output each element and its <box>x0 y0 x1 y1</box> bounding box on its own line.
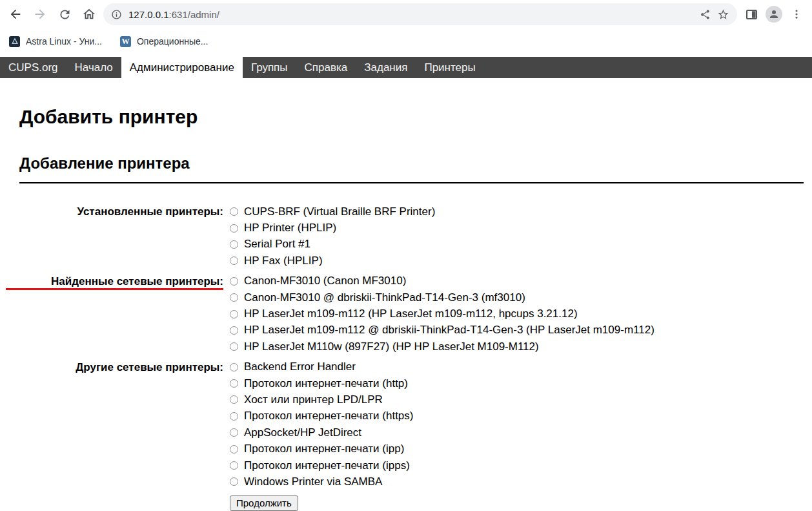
radio-option[interactable]: HP LaserJet m109-m112 @ dbriskii-ThinkPa… <box>230 322 655 339</box>
reload-icon[interactable] <box>54 4 75 25</box>
radio-option-label: Canon-MF3010 (Canon MF3010) <box>244 275 406 287</box>
back-arrow-icon[interactable] <box>5 4 26 25</box>
cups-nav: CUPS.orgНачалоАдминистрированиеГруппыСпр… <box>0 57 812 78</box>
page-info-icon[interactable] <box>111 9 122 20</box>
radio-option[interactable]: CUPS-BRF (Virtual Braille BRF Printer) <box>230 203 655 220</box>
nav-item-help[interactable]: Справка <box>296 57 356 78</box>
browser-toolbar: 127.0.0.1:631/admin/ <box>0 0 812 28</box>
side-panel-icon[interactable] <box>741 4 762 25</box>
radio-button[interactable] <box>230 445 238 454</box>
radio-option[interactable]: HP Fax (HPLIP) <box>230 253 655 269</box>
radio-option[interactable]: Протокол интернет-печати (ipp) <box>230 441 655 457</box>
radio-button[interactable] <box>230 477 238 486</box>
radio-option[interactable]: Хост или принтер LPD/LPR <box>230 391 655 408</box>
radio-option-label: Canon-MF3010 @ dbriskii-ThinkPad-T14-Gen… <box>244 291 525 304</box>
form-group-row-discovered-network-printers: Найденные сетевые принтеры:Canon-MF3010 … <box>5 273 655 359</box>
nav-item-classes[interactable]: Группы <box>243 57 296 78</box>
red-underline-annotation <box>6 288 223 291</box>
radio-option-label: Backend Error Handler <box>244 360 356 373</box>
bookmark-label: Операционные... <box>137 36 208 47</box>
share-icon[interactable] <box>700 9 711 20</box>
radio-button[interactable] <box>230 428 238 437</box>
form-group-label-discovered-network-printers: Найденные сетевые принтеры: <box>5 273 223 359</box>
add-printer-form: Установленные принтеры:CUPS-BRF (Virtual… <box>0 203 812 511</box>
form-group-label-text: Установленные принтеры: <box>77 205 223 218</box>
radio-option-label: Протокол интернет-печати (ipps) <box>244 459 410 472</box>
url-text: 127.0.0.1:631/admin/ <box>128 9 219 20</box>
form-submit-spacer <box>5 494 223 511</box>
form-group-label-text: Найденные сетевые принтеры: <box>51 275 223 287</box>
radio-button[interactable] <box>230 326 238 335</box>
url-host: 127.0.0.1 <box>128 9 169 20</box>
astra-linux-favicon-icon <box>9 36 20 47</box>
radio-option-label: AppSocket/HP JetDirect <box>244 426 361 439</box>
section-heading: Добавление принтера <box>19 154 804 183</box>
radio-button[interactable] <box>230 461 238 470</box>
form-group-options-installed-printers: CUPS-BRF (Virtual Braille BRF Printer)HP… <box>223 203 655 273</box>
form-group-options-discovered-network-printers: Canon-MF3010 (Canon MF3010)Canon-MF3010 … <box>223 273 655 359</box>
radio-option-label: HP Fax (HPLIP) <box>244 255 323 267</box>
radio-button[interactable] <box>230 277 238 286</box>
nav-item-administration[interactable]: Администрирование <box>121 57 243 78</box>
radio-option[interactable]: Canon-MF3010 @ dbriskii-ThinkPad-T14-Gen… <box>230 289 655 306</box>
continue-button[interactable]: Продолжить <box>230 495 298 511</box>
radio-button[interactable] <box>230 256 238 265</box>
radio-option-label: Serial Port #1 <box>244 238 310 251</box>
radio-option-label: Хост или принтер LPD/LPR <box>244 393 383 406</box>
printer-form-body: Установленные принтеры:CUPS-BRF (Virtual… <box>5 203 655 511</box>
radio-button[interactable] <box>230 363 238 371</box>
radio-option[interactable]: Протокол интернет-печати (ipps) <box>230 457 655 474</box>
form-group-row-installed-printers: Установленные принтеры:CUPS-BRF (Virtual… <box>5 203 655 273</box>
radio-option-label: CUPS-BRF (Virtual Braille BRF Printer) <box>244 205 435 218</box>
radio-option[interactable]: HP LaserJet m109-m112 (HP LaserJet m109-… <box>230 306 655 322</box>
form-group-row-other-network-printers: Другие сетевые принтеры:Backend Error Ha… <box>5 359 655 494</box>
radio-option-label: Протокол интернет-печати (http) <box>244 377 408 390</box>
url-bar[interactable]: 127.0.0.1:631/admin/ <box>103 3 737 25</box>
radio-option[interactable]: Serial Port #1 <box>230 236 655 253</box>
radio-button[interactable] <box>230 379 238 388</box>
form-group-label-installed-printers: Установленные принтеры: <box>5 203 223 273</box>
radio-option-label: Протокол интернет-печати (https) <box>244 410 414 422</box>
radio-option[interactable]: HP LaserJet M110w (897F27) (HP HP LaserJ… <box>230 339 655 355</box>
nav-item-cups-org[interactable]: CUPS.org <box>0 57 66 78</box>
printer-form-table: Установленные принтеры:CUPS-BRF (Virtual… <box>5 203 655 511</box>
bookmark-item-wikipedia[interactable]: WОперационные... <box>120 36 208 47</box>
bookmark-item-astra-linux[interactable]: Astra Linux - Уни... <box>9 36 102 47</box>
radio-option[interactable]: Протокол интернет-печати (https) <box>230 408 655 424</box>
radio-option-label: HP LaserJet m109-m112 @ dbriskii-ThinkPa… <box>244 324 655 337</box>
wikipedia-favicon-icon: W <box>120 36 131 47</box>
radio-button[interactable] <box>230 207 238 216</box>
radio-option[interactable]: Backend Error Handler <box>230 359 655 375</box>
radio-option[interactable]: HP Printer (HPLIP) <box>230 220 655 236</box>
favicon-letter: W <box>121 37 129 45</box>
radio-option[interactable]: Протокол интернет-печати (http) <box>230 375 655 391</box>
page-title: Добавить принтер <box>19 105 812 128</box>
home-icon[interactable] <box>79 4 99 25</box>
radio-option[interactable]: Windows Printer via SAMBA <box>230 474 655 490</box>
form-group-options-other-network-printers: Backend Error HandlerПротокол интернет-п… <box>223 359 655 494</box>
bookmark-star-icon[interactable] <box>717 8 729 21</box>
radio-button[interactable] <box>230 395 238 404</box>
url-path: :631/admin/ <box>169 9 219 20</box>
radio-option[interactable]: Canon-MF3010 (Canon MF3010) <box>230 273 655 289</box>
form-group-label-other-network-printers: Другие сетевые принтеры: <box>5 359 223 494</box>
profile-avatar-icon[interactable] <box>766 6 782 23</box>
form-group-label-text: Другие сетевые принтеры: <box>76 361 223 373</box>
radio-button[interactable] <box>230 310 238 318</box>
forward-arrow-icon[interactable] <box>30 4 50 25</box>
radio-option-label: Протокол интернет-печати (ipp) <box>244 443 404 455</box>
radio-option-label: HP LaserJet m109-m112 (HP LaserJet m109-… <box>244 308 578 320</box>
radio-button[interactable] <box>230 293 238 302</box>
nav-item-printers[interactable]: Принтеры <box>416 57 483 78</box>
bookmark-label: Astra Linux - Уни... <box>26 36 102 47</box>
form-submit-row: Продолжить <box>5 494 655 511</box>
nav-item-jobs[interactable]: Задания <box>356 57 416 78</box>
radio-button[interactable] <box>230 342 238 351</box>
nav-item-home[interactable]: Начало <box>66 57 121 78</box>
radio-button[interactable] <box>230 412 238 421</box>
radio-button[interactable] <box>230 240 238 249</box>
radio-button[interactable] <box>230 224 238 233</box>
menu-kebab-icon[interactable] <box>786 4 807 25</box>
form-submit-cell: Продолжить <box>223 494 655 511</box>
radio-option[interactable]: AppSocket/HP JetDirect <box>230 424 655 441</box>
